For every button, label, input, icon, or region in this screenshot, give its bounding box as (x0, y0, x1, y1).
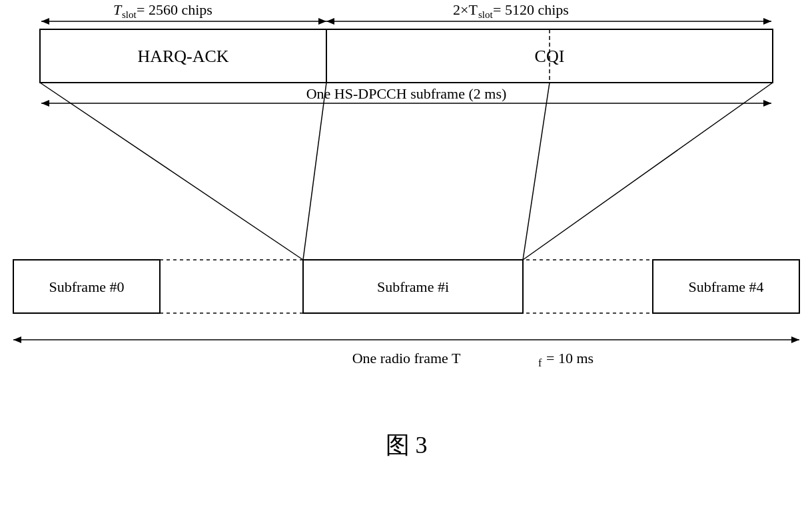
zoom-line-inner-left (303, 83, 326, 260)
two-tslot-arrow-left (326, 18, 334, 25)
diagram-container: T slot = 2560 chips 2×T slot = 5120 chip… (0, 0, 812, 519)
radioframe-equals: = 10 ms (546, 350, 594, 366)
two-tslot-label: 2×T (453, 1, 478, 18)
hsdpcch-arrow-right (763, 100, 771, 107)
radioframe-sub: f (538, 357, 542, 368)
hsdpcch-arrow-left (41, 100, 49, 107)
radioframe-arrow-right (791, 336, 799, 343)
tslot-arrow-right (318, 18, 326, 25)
harq-label: HARQ-ACK (137, 47, 228, 66)
tslot-sub: slot (122, 9, 137, 20)
figure-caption: 图 3 (386, 432, 428, 458)
two-tslot-arrow-right (763, 18, 771, 25)
tslot-label: T (113, 1, 123, 18)
subframei-label: Subframe #i (377, 278, 449, 295)
zoom-line-inner-right (523, 83, 550, 260)
radioframe-label: One radio frame T (352, 350, 461, 366)
radioframe-arrow-left (13, 336, 21, 343)
two-tslot-sub: slot (478, 9, 494, 20)
zoom-line-right-right (523, 83, 773, 260)
subframe4-label: Subframe #4 (688, 278, 763, 295)
hsdpcch-label: One HS-DPCCH subframe (2 ms) (306, 85, 507, 102)
zoom-line-left-left (40, 83, 303, 260)
subframe0-label: Subframe #0 (49, 278, 124, 295)
tslot-arrow-left (41, 18, 49, 25)
tslot-equals: = 2560 chips (137, 1, 212, 18)
two-tslot-equals: = 5120 chips (493, 1, 569, 18)
